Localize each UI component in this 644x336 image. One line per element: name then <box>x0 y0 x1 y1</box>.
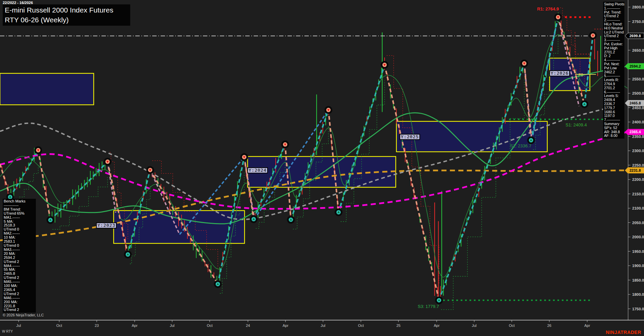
pivot-high-marker <box>282 141 288 147</box>
svg-text:2465.8: 2465.8 <box>629 101 641 105</box>
year-label-y-2023[interactable]: Y:2023 <box>96 222 117 229</box>
pivot-low-marker <box>336 209 342 215</box>
time-tick-label: 26 <box>547 323 551 328</box>
pivot-high-marker <box>241 154 247 160</box>
pivot-low-marker <box>581 101 588 107</box>
pivot-low-marker <box>7 194 13 200</box>
pivot-high-marker <box>35 147 41 153</box>
svg-text:2594.2: 2594.2 <box>629 64 641 68</box>
time-tick-label: 23 <box>95 323 99 328</box>
svg-text:2231.8: 2231.8 <box>629 168 641 172</box>
time-tick-label: Jul <box>170 323 175 328</box>
price-tick-label: 2300.0 <box>632 149 644 153</box>
pivot-high-marker <box>105 159 111 165</box>
time-tick-label: Jul <box>472 323 477 328</box>
time-tick-label: Oct <box>207 323 212 328</box>
time-tick-label: Apr <box>434 323 439 328</box>
price-tick-label: 2200.0 <box>632 177 644 182</box>
year-label-y-2026[interactable]: Y:2026 <box>549 70 570 76</box>
price-tick-label: 2750.0 <box>632 20 644 24</box>
price-tick-label: 2450.0 <box>632 106 644 110</box>
price-tick-label: 1900.0 <box>632 264 644 268</box>
price-marker-2231.8: 2231.8 <box>625 167 644 173</box>
time-tick-label: Oct <box>56 323 62 328</box>
price-marker-2699.8: 2699.8 <box>625 33 644 39</box>
year-boxes-layer <box>0 58 590 243</box>
time-tick-label: Apr <box>132 323 137 328</box>
price-tick-label: 1800.0 <box>632 292 644 296</box>
svg-text:2699.8: 2699.8 <box>629 34 641 38</box>
time-tick-label: 25 <box>396 323 400 328</box>
time-tick-label: Oct <box>358 323 364 328</box>
chart-canvas[interactable]: 2800.02750.02700.02650.02600.02550.02500… <box>0 0 644 336</box>
time-tick-label: Oct <box>509 323 514 328</box>
year-box[interactable] <box>0 73 94 105</box>
price-tick-label: 2800.0 <box>632 5 644 9</box>
time-tick-label: Apr <box>282 323 288 328</box>
price-tick-label: 2050.0 <box>632 221 644 225</box>
time-tick-label: 24 <box>246 323 250 328</box>
price-tick-label: 2550.0 <box>632 77 644 81</box>
svg-text:2365.4: 2365.4 <box>629 130 641 134</box>
price-tick-label: 2400.0 <box>632 120 644 124</box>
pivot-low-marker <box>288 217 294 223</box>
year-label-y-2025[interactable]: Y:2025 <box>399 134 420 140</box>
price-marker-2594.2: 2594.2 <box>625 63 644 69</box>
pivot-high-marker <box>590 32 596 39</box>
price-marker-2465.8: 2465.8 <box>625 100 644 106</box>
price-tick-label: 2100.0 <box>632 206 644 210</box>
price-tick-label: 1850.0 <box>632 278 644 282</box>
time-tick-label: Jul <box>16 323 21 328</box>
year-label-y-2024[interactable]: Y:2024 <box>247 167 268 173</box>
price-tick-label: 1950.0 <box>632 249 644 254</box>
pivot-low-marker <box>528 137 534 143</box>
time-tick-label: Apr <box>584 323 590 328</box>
pivot-low-marker <box>251 216 257 222</box>
pivot-high-marker <box>325 107 331 113</box>
price-tick-label: 1750.0 <box>632 307 644 311</box>
pivot-low-marker <box>436 297 442 303</box>
time-tick-label: Jul <box>321 323 325 328</box>
price-tick-label: 2650.0 <box>632 48 644 52</box>
pivot-low-marker <box>215 281 221 287</box>
pivot-high-marker <box>521 61 527 67</box>
ninjatrader-chart-window: 2800.02750.02700.02650.02600.02550.02500… <box>0 0 644 336</box>
price-tick-label: 2500.0 <box>632 91 644 95</box>
pivot-high-marker <box>555 14 561 20</box>
pivot-high-marker <box>382 62 388 68</box>
pivot-low-marker <box>125 251 131 258</box>
price-marker-2365.4: 2365.4 <box>625 129 644 135</box>
price-tick-label: 2000.0 <box>632 235 644 239</box>
pivot-low-marker <box>47 217 53 223</box>
price-tick-label: 2150.0 <box>632 192 644 196</box>
price-tick-label: 2250.0 <box>632 163 644 167</box>
pivot-high-marker <box>147 167 153 173</box>
